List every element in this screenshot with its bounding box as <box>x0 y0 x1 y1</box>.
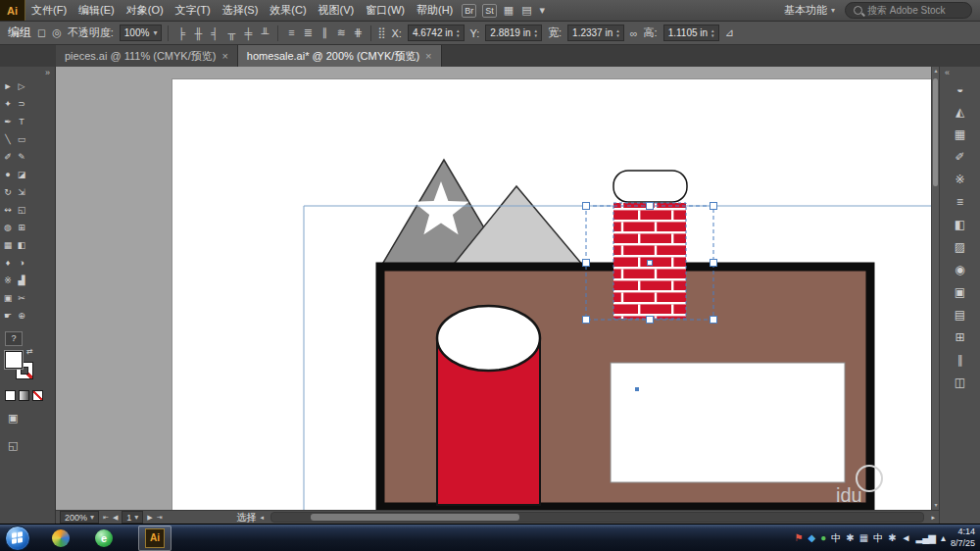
next-artboard-button[interactable]: ▶ <box>147 514 152 522</box>
browser-app-icon[interactable] <box>52 529 70 547</box>
distribute-icon[interactable]: ⋕ <box>351 26 365 39</box>
zoom-level-select[interactable]: 200% ▾ <box>60 511 99 524</box>
appearance-panel-icon[interactable]: ◉ <box>948 258 973 280</box>
selection-tool[interactable]: ► <box>1 77 15 95</box>
close-icon[interactable]: × <box>221 50 227 62</box>
taskbar-clock[interactable]: 4:14 8/7/25 <box>951 526 975 549</box>
illustrator-taskbar-button[interactable]: Ai <box>138 526 172 551</box>
tray-expand-icon[interactable]: ▴ <box>941 533 945 543</box>
free-transform-tool[interactable]: ◱ <box>15 201 28 219</box>
gradient-button[interactable] <box>19 390 29 401</box>
document-layout-icon[interactable]: ▤ <box>521 4 531 17</box>
scale-tool[interactable]: ⇲ <box>15 183 28 201</box>
target-icon[interactable]: ◎ <box>52 26 62 39</box>
opacity-input[interactable]: 100% ▾ <box>120 25 163 41</box>
lasso-tool[interactable]: ⊃ <box>15 95 28 113</box>
artboard-number-input[interactable]: 1 ▾ <box>122 511 143 524</box>
menu-item[interactable]: 对象(O) <box>121 0 170 21</box>
distribute-icon[interactable]: ∥ <box>318 26 331 39</box>
start-button[interactable] <box>5 526 30 551</box>
color-panel-icon[interactable]: ◒ <box>948 77 973 100</box>
y-stepper[interactable]: ▴▾ <box>535 28 538 38</box>
last-artboard-button[interactable]: ⇥ <box>157 514 163 522</box>
draw-mode-button[interactable]: ▣ <box>8 412 18 425</box>
align-icon[interactable]: ╥ <box>224 27 238 39</box>
width-input[interactable]: 1.2337 in ▴▾ <box>567 25 624 41</box>
expand-panels-icon[interactable]: « <box>940 68 950 77</box>
layout-caret-down-icon[interactable]: ▾ <box>540 4 546 17</box>
ime-keyboard-icon[interactable]: ▦ <box>859 533 867 543</box>
artboard-tool[interactable]: ▣ <box>1 289 15 307</box>
vertical-scrollbar[interactable]: ▴ ▾ <box>931 67 939 510</box>
transparency-panel-icon[interactable]: ▨ <box>948 235 973 258</box>
reference-point-locator[interactable]: ⣿ <box>377 26 385 39</box>
ime-mode-icon[interactable]: ✱ <box>846 533 853 543</box>
pencil-tool[interactable]: ✎ <box>15 148 28 166</box>
align-icon[interactable]: ╨ <box>258 27 271 39</box>
constrain-proportions-icon[interactable]: ∞ <box>630 27 638 39</box>
selection-center-point[interactable] <box>648 261 653 266</box>
swatches-panel-icon[interactable]: ▦ <box>948 123 973 145</box>
blob-brush-tool[interactable]: ● <box>1 166 15 183</box>
x-input[interactable]: 4.6742 in ▴▾ <box>408 25 465 41</box>
blend-tool[interactable]: ◑ <box>15 254 28 272</box>
perspective-grid-tool[interactable]: ⊞ <box>15 219 28 236</box>
magic-wand-tool[interactable]: ✦ <box>1 95 15 113</box>
selection-handle[interactable] <box>710 203 717 210</box>
selection-handle[interactable] <box>647 203 654 210</box>
menu-item[interactable]: 文字(T) <box>170 0 217 21</box>
artboards-panel-icon[interactable]: ⊞ <box>948 326 973 348</box>
eyedropper-tool[interactable]: ♦ <box>1 254 15 272</box>
window-shape[interactable] <box>611 363 845 482</box>
height-input[interactable]: 1.1105 in ▴▾ <box>663 25 719 41</box>
stock-search-input[interactable]: 搜索 Adobe Stock <box>845 2 972 19</box>
cylinder-top-ellipse-shape[interactable] <box>437 306 540 371</box>
ime-lang-2-icon[interactable]: 中 <box>873 533 882 543</box>
paintbrush-tool[interactable]: ✐ <box>1 148 15 166</box>
arrange-documents-icon[interactable]: ▦ <box>504 4 514 17</box>
line-segment-tool[interactable]: ╲ <box>1 130 15 148</box>
scroll-right-icon[interactable]: ▸ <box>931 514 935 522</box>
hand-tool[interactable]: ☛ <box>1 307 15 325</box>
menu-item[interactable]: 视图(V) <box>313 0 361 21</box>
gradient-tool[interactable]: ◧ <box>15 236 28 254</box>
pen-tool[interactable]: ✒ <box>1 113 15 130</box>
bridge-button[interactable]: Br <box>462 4 476 18</box>
column-graph-tool[interactable]: ▟ <box>15 272 28 289</box>
rotate-tool[interactable]: ↻ <box>1 183 15 201</box>
stock-button[interactable]: St <box>482 4 497 18</box>
close-icon[interactable]: × <box>425 50 431 62</box>
menu-item[interactable]: 编辑(E) <box>73 0 121 21</box>
selection-handle[interactable] <box>710 317 717 324</box>
menu-item[interactable]: 文件(F) <box>25 0 73 21</box>
symbols-panel-icon[interactable]: ※ <box>948 168 973 190</box>
appearance-proxy-icon[interactable]: ◻ <box>37 26 46 39</box>
color-button[interactable] <box>5 390 16 401</box>
workspace-switcher[interactable]: 基本功能 ▾ <box>784 3 835 18</box>
scroll-up-icon[interactable]: ▴ <box>932 67 939 75</box>
pathfinder-panel-icon[interactable]: ◫ <box>948 371 973 393</box>
symbol-sprayer-tool[interactable]: ※ <box>1 272 15 289</box>
scroll-down-icon[interactable]: ▾ <box>932 501 939 510</box>
distribute-icon[interactable]: ≋ <box>334 26 348 39</box>
fill-swatch[interactable] <box>5 351 23 369</box>
layers-panel-icon[interactable]: ▤ <box>948 303 973 326</box>
menu-item[interactable]: 选择(S) <box>217 0 265 21</box>
horizontal-scroll-thumb[interactable] <box>311 514 519 521</box>
selection-handle[interactable] <box>583 317 590 324</box>
height-stepper[interactable]: ▴▾ <box>711 28 714 38</box>
canvas[interactable]: idu ▴ ▾ <box>56 67 939 510</box>
scroll-left-icon[interactable]: ◂ <box>261 514 265 522</box>
screen-mode-button[interactable]: ◱ <box>8 439 18 452</box>
menu-item[interactable]: 帮助(H) <box>411 0 459 21</box>
mesh-tool[interactable]: ▦ <box>1 236 15 254</box>
width-stepper[interactable]: ▴▾ <box>616 28 619 38</box>
network-icon[interactable]: ▂▄▆ <box>915 533 934 543</box>
x-stepper[interactable]: ▴▾ <box>457 28 460 38</box>
menu-item[interactable]: 窗口(W) <box>360 0 411 21</box>
selection-handle[interactable] <box>583 260 590 267</box>
none-button[interactable] <box>32 390 43 401</box>
align-icon[interactable]: ╡ <box>208 27 221 39</box>
tab-pieces[interactable]: pieces.ai @ 111% (CMYK/预览) × <box>56 45 238 67</box>
stroke-panel-icon[interactable]: ≡ <box>948 190 973 213</box>
